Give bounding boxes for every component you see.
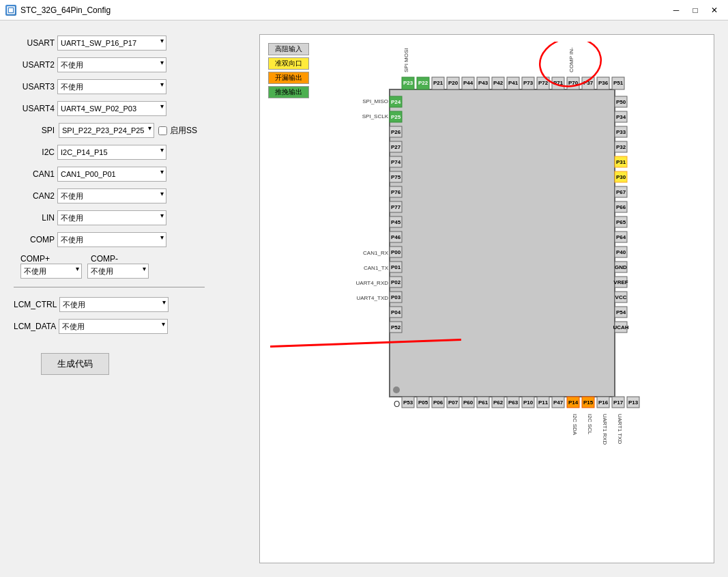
svg-text:P10: P10 bbox=[523, 399, 534, 406]
svg-text:P64: P64 bbox=[616, 234, 626, 240]
can1-row: CAN1 CAN1_P00_P01 bbox=[14, 165, 246, 183]
legend-item-0: 高阻输入 bbox=[268, 43, 309, 55]
spi-select[interactable]: SPI_P22_P23_P24_P25 bbox=[59, 123, 154, 138]
comp-plus-select-wrapper: 不使用 bbox=[20, 264, 82, 279]
usart4-label: USART4 bbox=[14, 104, 55, 113]
comp-select[interactable]: 不使用 bbox=[57, 232, 166, 247]
usart1-select-wrapper: UART1_SW_P16_P17 bbox=[57, 36, 166, 51]
usart2-select-wrapper: 不使用 bbox=[57, 57, 166, 72]
svg-text:P50: P50 bbox=[616, 99, 626, 105]
lcm-data-label: LCM_DATA bbox=[14, 322, 56, 331]
svg-text:P36: P36 bbox=[598, 80, 609, 86]
svg-text:P60: P60 bbox=[463, 399, 474, 406]
svg-text:P73: P73 bbox=[523, 80, 534, 86]
can2-select[interactable]: 不使用 bbox=[57, 188, 166, 203]
label-UART4-TXD: UART4_TXD bbox=[356, 295, 388, 301]
legend-text-1: 准双向口 bbox=[275, 59, 302, 68]
left-panel: USART UART1_SW_P16_P17 USART2 不使用 USART3… bbox=[14, 34, 246, 563]
can1-select[interactable]: CAN1_P00_P01 bbox=[57, 167, 166, 182]
label-I2C-SDA: I2C SDA bbox=[572, 414, 578, 436]
usart3-label: USART3 bbox=[14, 82, 55, 92]
svg-text:GND: GND bbox=[615, 264, 627, 270]
svg-text:P26: P26 bbox=[391, 129, 401, 135]
svg-text:P24: P24 bbox=[391, 99, 401, 105]
label-UART1-TXD: UART1 TXD bbox=[617, 414, 623, 444]
svg-text:P63: P63 bbox=[508, 399, 519, 406]
svg-text:P14: P14 bbox=[568, 399, 579, 406]
lcm-data-select[interactable]: 不使用 bbox=[59, 319, 168, 334]
usart1-select[interactable]: UART1_SW_P16_P17 bbox=[57, 36, 166, 51]
svg-text:P53: P53 bbox=[403, 399, 413, 406]
label-COMP-IN: COMP IN- bbox=[568, 47, 574, 72]
legend-item-1: 准双向口 bbox=[268, 57, 309, 70]
legend: 高阻输入 准双向口 开漏输出 推挽输出 bbox=[268, 43, 309, 98]
svg-text:P06: P06 bbox=[433, 399, 443, 406]
spi-ss-checkbox[interactable] bbox=[158, 126, 167, 135]
svg-text:P23: P23 bbox=[403, 80, 413, 86]
comp-minus-select[interactable]: 不使用 bbox=[87, 264, 149, 279]
svg-text:P20: P20 bbox=[448, 80, 458, 86]
lcm-data-select-wrapper: 不使用 bbox=[59, 319, 168, 334]
usart3-select[interactable]: 不使用 bbox=[57, 79, 166, 94]
label-SPI-MOSI: SPI MOSI bbox=[403, 48, 409, 72]
legend-color-2: 开漏输出 bbox=[268, 72, 309, 84]
svg-text:P40: P40 bbox=[616, 249, 626, 255]
svg-rect-1 bbox=[9, 8, 13, 12]
can1-label: CAN1 bbox=[14, 169, 55, 179]
spi-ss-label: 启用SS bbox=[170, 125, 197, 137]
svg-text:P17: P17 bbox=[613, 399, 624, 406]
svg-text:P77: P77 bbox=[391, 204, 401, 210]
app-icon bbox=[5, 5, 16, 16]
svg-text:P41: P41 bbox=[508, 80, 519, 86]
legend-color-1: 准双向口 bbox=[268, 57, 309, 70]
spi-select-wrapper: SPI_P22_P23_P24_P25 bbox=[59, 123, 154, 138]
window-title: STC_32G_64Pin_Config bbox=[20, 5, 111, 15]
spi-ss-checkbox-label[interactable]: 启用SS bbox=[158, 125, 197, 137]
comp-plus-select[interactable]: 不使用 bbox=[20, 264, 82, 279]
lcm-ctrl-select[interactable]: 不使用 bbox=[59, 297, 169, 312]
can2-label: CAN2 bbox=[14, 191, 55, 201]
can2-select-wrapper: 不使用 bbox=[57, 188, 166, 203]
svg-text:P07: P07 bbox=[448, 399, 458, 406]
svg-text:UCAH: UCAH bbox=[613, 324, 628, 330]
svg-text:P13: P13 bbox=[628, 399, 639, 406]
svg-text:P01: P01 bbox=[391, 264, 401, 270]
svg-text:P42: P42 bbox=[493, 80, 504, 86]
close-button[interactable]: ✕ bbox=[706, 3, 723, 17]
i2c-label: I2C bbox=[14, 147, 55, 157]
svg-text:P16: P16 bbox=[598, 399, 609, 406]
i2c-select[interactable]: I2C_P14_P15 bbox=[57, 145, 166, 160]
maximize-button[interactable]: □ bbox=[687, 3, 703, 17]
comp-header: COMP+ COMP- bbox=[20, 254, 246, 264]
usart4-select[interactable]: UART4_SW_P02_P03 bbox=[57, 101, 166, 116]
svg-text:P75: P75 bbox=[391, 174, 401, 180]
svg-text:P32: P32 bbox=[616, 144, 626, 150]
spi-row: SPI SPI_P22_P23_P24_P25 启用SS bbox=[14, 122, 246, 139]
svg-text:P65: P65 bbox=[616, 219, 626, 225]
usart3-select-wrapper: 不使用 bbox=[57, 79, 166, 94]
svg-text:P04: P04 bbox=[391, 309, 401, 315]
usart2-select[interactable]: 不使用 bbox=[57, 57, 166, 72]
svg-text:P25: P25 bbox=[391, 114, 401, 120]
svg-text:P46: P46 bbox=[391, 234, 401, 240]
svg-text:P74: P74 bbox=[391, 159, 401, 165]
label-UART4-RXD: UART4_RXD bbox=[356, 280, 389, 286]
svg-text:P05: P05 bbox=[418, 399, 428, 406]
i2c-select-wrapper: I2C_P14_P15 bbox=[57, 145, 166, 160]
lcm-ctrl-select-wrapper: 不使用 bbox=[59, 297, 169, 312]
generate-button[interactable]: 生成代码 bbox=[41, 353, 109, 375]
svg-text:P31: P31 bbox=[616, 159, 626, 165]
legend-text-3: 推挽输出 bbox=[275, 87, 302, 97]
usart4-row: USART4 UART4_SW_P02_P03 bbox=[14, 100, 246, 117]
lin-select[interactable]: 不使用 bbox=[57, 210, 166, 225]
comp-section: COMP+ COMP- 不使用 不使用 bbox=[14, 254, 246, 279]
chip-marker bbox=[393, 386, 400, 393]
minimize-button[interactable]: ─ bbox=[668, 3, 684, 17]
svg-text:P44: P44 bbox=[463, 80, 474, 86]
svg-text:P11: P11 bbox=[538, 399, 549, 406]
divider bbox=[14, 287, 205, 287]
svg-text:P76: P76 bbox=[391, 189, 401, 195]
comp-label: COMP bbox=[14, 235, 55, 244]
svg-text:P15: P15 bbox=[583, 399, 594, 406]
label-SPI-SCLK: SPI_SCLK bbox=[362, 113, 389, 119]
